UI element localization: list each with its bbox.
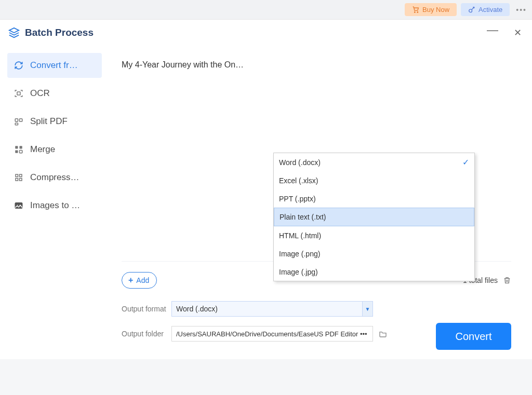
option-label: Word (.docx) [279,158,321,167]
window-title: Batch Process [25,27,94,38]
option-label: PPT (.pptx) [279,195,316,203]
activate-label: Activate [478,6,502,13]
svg-point-2 [469,9,472,12]
close-icon[interactable]: ✕ [514,27,522,38]
svg-rect-12 [20,174,22,177]
svg-rect-5 [20,119,22,121]
sidebar-item-label: Convert fr… [30,60,78,71]
sidebar: Convert fr… OCR Split PDF Merge [0,48,109,359]
sidebar-item-label: Compress… [30,172,79,183]
top-bar: Buy Now Activate ••• [0,0,532,20]
format-dropdown: Word (.docx) ✓ Excel (.xlsx) PPT (.pptx)… [273,153,475,281]
svg-rect-13 [16,179,18,181]
sidebar-item-convert[interactable]: Convert fr… [7,53,102,78]
convert-icon [14,60,24,71]
main-panel: My 4-Year Journey with the On… + Add 1 t… [109,48,524,359]
output-format-label: Output format [122,305,171,313]
dropdown-option-ppt[interactable]: PPT (.pptx) [274,189,474,208]
cart-icon [412,6,419,13]
dropdown-option-word[interactable]: Word (.docx) ✓ [274,153,474,171]
sidebar-item-ocr[interactable]: OCR [7,81,102,106]
compress-icon [14,172,24,183]
split-icon [14,116,24,127]
output-folder-value: /Users/SAURABH/OneDrive/Documents/EaseUS… [176,330,368,338]
dropdown-option-txt[interactable]: Plain text (.txt) [274,208,474,226]
add-files-button[interactable]: + Add [122,272,157,289]
images-icon [14,200,24,211]
dropdown-option-jpg[interactable]: Image (.jpg) [274,263,474,281]
svg-rect-8 [20,146,22,148]
folder-icon[interactable] [378,330,388,338]
plus-icon: + [128,276,133,284]
sidebar-item-label: Images to … [30,200,80,211]
activate-button[interactable]: Activate [461,3,510,16]
svg-point-1 [417,12,418,13]
key-icon [468,6,475,13]
svg-rect-14 [20,179,22,181]
sidebar-item-label: Merge [30,144,55,155]
more-icon[interactable]: ••• [516,6,527,14]
svg-rect-11 [16,174,18,177]
output-folder-field[interactable]: /Users/SAURABH/OneDrive/Documents/EaseUS… [171,326,373,342]
svg-rect-10 [20,151,22,153]
svg-rect-7 [15,146,18,148]
sidebar-item-compress[interactable]: Compress… [7,165,102,190]
convert-label: Convert [455,331,491,342]
buy-now-button[interactable]: Buy Now [405,3,457,16]
svg-rect-3 [17,92,20,95]
dropdown-option-html[interactable]: HTML (.html) [274,226,474,244]
svg-rect-6 [15,123,18,125]
option-label: Plain text (.txt) [280,213,326,221]
output-format-select[interactable]: Word (.docx) ▼ [171,301,373,317]
sidebar-item-merge[interactable]: Merge [7,137,102,162]
option-label: Image (.png) [279,250,320,258]
sidebar-item-label: Split PDF [30,116,68,127]
stack-icon [8,27,20,38]
ocr-icon [14,88,24,99]
output-format-value: Word (.docx) [176,305,218,313]
window-header: Batch Process — ✕ [0,20,532,46]
option-label: Image (.jpg) [279,268,318,276]
sidebar-item-split[interactable]: Split PDF [7,109,102,134]
file-name: My 4-Year Journey with the On… [122,60,511,70]
minimize-icon[interactable]: — [487,23,498,37]
buy-now-label: Buy Now [422,6,449,13]
add-label: Add [136,276,149,284]
svg-rect-4 [15,119,18,121]
output-folder-label: Output folder [122,330,171,338]
svg-rect-9 [15,151,18,153]
dropdown-option-excel[interactable]: Excel (.xlsx) [274,171,474,189]
dropdown-option-png[interactable]: Image (.png) [274,244,474,263]
sidebar-item-images[interactable]: Images to … [7,193,102,218]
convert-button[interactable]: Convert [436,323,511,350]
sidebar-item-label: OCR [30,88,50,99]
trash-icon[interactable] [503,276,511,284]
check-icon: ✓ [462,157,469,167]
option-label: Excel (.xlsx) [279,176,318,185]
window: Batch Process — ✕ Convert fr… OCR [0,20,532,359]
option-label: HTML (.html) [279,231,321,240]
merge-icon [14,144,24,155]
chevron-down-icon[interactable]: ▼ [362,302,373,316]
svg-point-0 [415,12,416,13]
